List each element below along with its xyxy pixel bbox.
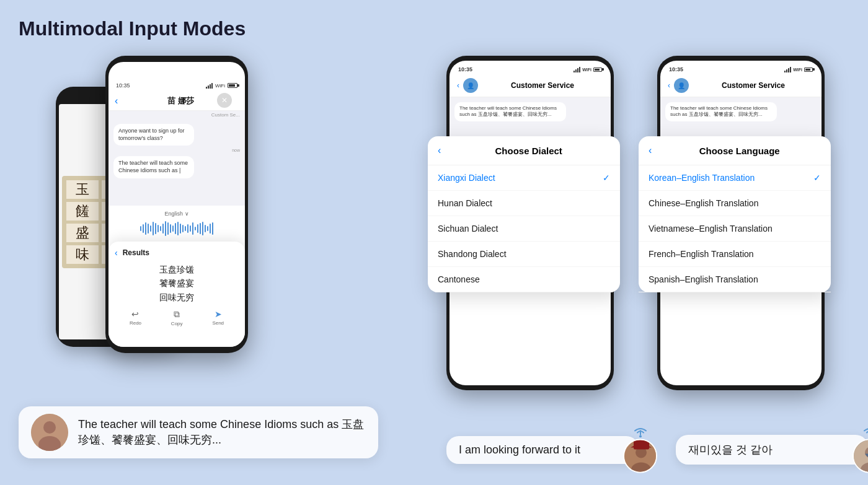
send-icon: ➤	[215, 309, 222, 319]
left-caption: The teacher will teach some Chinese Idio…	[19, 406, 378, 458]
wifi-icon-right	[852, 427, 868, 439]
svg-point-1	[43, 421, 56, 434]
mini-header-right: ‹ 👤 Customer Service	[660, 74, 822, 97]
back-arrow-icon[interactable]: ‹	[115, 95, 118, 107]
calligraphy-cell: 盛	[66, 223, 99, 243]
mini-bubble-right: The teacher will teach some Chinese Idio…	[665, 102, 777, 121]
check-icon: ✓	[603, 173, 610, 183]
right-section: 10:35 WiFi ‹ 👤	[446, 56, 868, 477]
language-back-icon[interactable]: ‹	[649, 145, 652, 156]
dialect-overlay: ‹ Choose Dialect Xiangxi Dialect ✓ Hunan…	[428, 136, 620, 292]
redo-button[interactable]: ↩ Redo	[130, 309, 141, 326]
left-caption-text: The teacher will teach some Chinese Idio…	[78, 417, 366, 448]
dialect-item-sichuan[interactable]: Sichuan Dialect	[428, 216, 620, 242]
avatar-dialect-user	[623, 439, 657, 473]
language-list: Korean–English Translation ✓ Chinese–Eng…	[639, 165, 831, 292]
status-bar: 10:35 WiFi	[108, 79, 245, 92]
status-time: 10:35	[116, 82, 130, 89]
chat-bubble: Anyone want to sign up for tomorrow's cl…	[113, 124, 194, 146]
mini-time-left: 10:35	[458, 66, 472, 72]
results-text: 玉盘珍馐饕餮盛宴回味无穷	[115, 263, 239, 304]
caption-bubble-right: 재미있을 것 같아	[676, 435, 868, 465]
dialect-item-xiangxi[interactable]: Xiangxi Dialect ✓	[428, 165, 620, 191]
caption-bubble-left: I am looking forward to it	[446, 436, 639, 464]
phone-container-dialect: 10:35 WiFi ‹ 👤	[446, 56, 639, 390]
svg-point-3	[639, 435, 642, 438]
language-selector[interactable]: English ∨	[113, 211, 240, 217]
mini-back-right[interactable]: ‹	[668, 81, 670, 90]
calligraphy-cell: 饈	[66, 201, 99, 221]
mini-back-left[interactable]: ‹	[457, 81, 459, 90]
left-section: 玉 盘 珍 饈 饕 餮 盛 宴 回 味 无 穷 ✕ 10:35	[19, 56, 428, 477]
redo-icon: ↩	[131, 309, 139, 319]
page-title: Multimodal Input Modes	[19, 17, 246, 40]
dialect-back-icon[interactable]: ‹	[438, 145, 441, 156]
avatar-left	[31, 414, 68, 451]
language-title: Choose Language	[658, 146, 821, 156]
dialect-item-hunan[interactable]: Hunan Dialect	[428, 191, 620, 216]
wifi-icon-left	[623, 427, 657, 439]
phone-container-language: 10:35 WiFi ‹ 👤	[657, 56, 849, 390]
dialect-item-shandong[interactable]: Shandong Dialect	[428, 242, 620, 267]
results-panel: ‹ Results 玉盘珍馐饕餮盛宴回味无穷 ↩ Redo ⧉ Copy	[108, 242, 245, 347]
waveform	[113, 219, 240, 238]
mini-bubble-left: The teacher will teach some Chinese Idio…	[454, 102, 566, 121]
mini-avatar-left: 👤	[463, 78, 478, 93]
voice-caption-bubble: The teacher will teach some Chinese Idio…	[113, 156, 194, 178]
calligraphy-cell: 味	[66, 245, 99, 264]
mini-header-title-right: Customer Service	[693, 81, 814, 90]
mini-status-bar-right: 10:35 WiFi	[660, 61, 822, 74]
results-back-icon[interactable]: ‹	[115, 248, 118, 258]
caption-text-left: I am looking forward to it	[459, 443, 580, 457]
caption-container-right: 재미있을 것 같아	[676, 435, 868, 465]
dialect-title: Choose Dialect	[447, 146, 610, 156]
chat-area: Anyone want to sign up for tomorrow's cl…	[108, 119, 245, 206]
avatar-language-user	[852, 439, 868, 473]
dialect-item-cantonese[interactable]: Cantonese	[428, 267, 620, 292]
mini-header-title-left: Customer Service	[482, 81, 603, 90]
lang-item-spanish[interactable]: Spanish–English Translation	[639, 267, 831, 292]
lang-item-chinese[interactable]: Chinese–English Translation	[639, 191, 831, 216]
lang-item-vietnamese[interactable]: Vietnamese–English Translation	[639, 216, 831, 242]
lang-check-icon: ✓	[813, 173, 821, 183]
copy-icon: ⧉	[174, 309, 180, 320]
calligraphy-cell: 玉	[66, 180, 99, 199]
caption-container-left: I am looking forward to it	[446, 436, 639, 464]
dialect-list: Xiangxi Dialect ✓ Hunan Dialect Sichuan …	[428, 165, 620, 292]
right-captions: I am looking forward to it	[446, 435, 868, 465]
language-overlay: ‹ Choose Language Korean–English Transla…	[639, 136, 831, 292]
copy-button[interactable]: ⧉ Copy	[171, 309, 183, 326]
caption-text-right: 재미있을 것 같아	[688, 442, 773, 457]
results-title: Results	[123, 248, 149, 257]
send-button[interactable]: ➤ Send	[212, 309, 224, 326]
lang-item-korean[interactable]: Korean–English Translation ✓	[639, 165, 831, 191]
custom-label: Custom Se...	[108, 111, 245, 119]
close-icon[interactable]: ✕	[217, 93, 232, 108]
mini-header-left: ‹ 👤 Customer Service	[450, 74, 611, 97]
lang-item-french[interactable]: French–English Translation	[639, 242, 831, 267]
mini-status-bar-left: 10:35 WiFi	[450, 61, 611, 74]
mini-time-right: 10:35	[669, 66, 683, 72]
mini-avatar-right: 👤	[674, 78, 689, 93]
